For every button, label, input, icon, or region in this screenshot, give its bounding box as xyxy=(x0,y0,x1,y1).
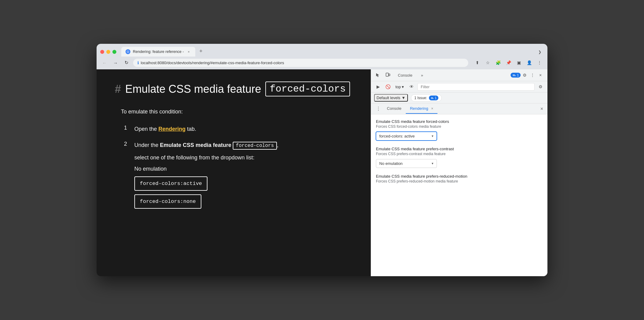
address-input-container[interactable]: ℹ localhost:8080/docs/devtools/rendering… xyxy=(133,59,468,67)
step-2-code: forced-colors xyxy=(233,142,277,150)
svg-rect-8 xyxy=(431,97,434,99)
device-toggle-button[interactable] xyxy=(384,71,392,79)
context-selector[interactable]: top ▾ xyxy=(394,84,406,90)
devtools-console-tab-top[interactable]: Console xyxy=(394,71,417,79)
tab-title: Rendering: feature reference - xyxy=(133,50,184,54)
issue-badge-count: 1 xyxy=(435,96,437,100)
prefers-contrast-select[interactable]: No emulation ▾ xyxy=(376,159,437,168)
svg-rect-5 xyxy=(512,74,516,77)
step-2-text-after: , xyxy=(277,142,278,148)
levels-chevron: ▼ xyxy=(402,96,405,100)
play-button[interactable]: ▶ xyxy=(374,83,382,91)
back-button[interactable]: ← xyxy=(100,58,109,67)
step-2-content: Under the Emulate CSS media feature forc… xyxy=(134,141,278,209)
tab-close-button[interactable]: × xyxy=(186,49,191,54)
levels-bar: Default levels ▼ 1 Issue: 1 xyxy=(371,92,547,103)
doc-steps: 1 Open the Rendering tab. 2 Under the Em… xyxy=(121,125,352,209)
default-levels-button[interactable]: Default levels ▼ xyxy=(374,94,408,102)
panel-tab-dots[interactable]: ⋮ xyxy=(374,103,383,114)
rendering-tab-link[interactable]: Rendering xyxy=(158,126,186,132)
devtools-second-toolbar: ▶ 🚫 top ▾ 👁 ⚙ xyxy=(371,81,547,92)
title-bar: Rendering: feature reference - × + ❯ xyxy=(97,44,547,57)
prefers-contrast-select-chevron: ▾ xyxy=(432,162,433,165)
devtools-settings-button[interactable]: ⚙ xyxy=(521,71,529,79)
close-window-button[interactable] xyxy=(100,50,104,54)
svg-rect-3 xyxy=(386,73,388,76)
extensions-icon[interactable]: 🧩 xyxy=(494,58,502,67)
context-chevron: ▾ xyxy=(402,85,404,89)
forced-colors-select[interactable]: forced-colors: active ▾ xyxy=(376,132,437,141)
forced-colors-title: Emulate CSS media feature forced-colors xyxy=(376,119,543,124)
prefers-contrast-desc: Forces CSS prefers-contrast media featur… xyxy=(376,152,543,156)
tab-list-chevron[interactable]: ❯ xyxy=(536,49,544,55)
side-panel-icon[interactable]: ▣ xyxy=(515,58,523,67)
devtools-tabs-bar: Console » 1 ⚙ ⋮ × xyxy=(394,71,544,79)
rendering-tab-close[interactable]: × xyxy=(431,106,433,111)
doc-step-2: 2 Under the Emulate CSS media feature fo… xyxy=(121,141,352,209)
heading-text: Emulate CSS media feature xyxy=(125,83,261,96)
console-badge: 1 xyxy=(511,73,521,78)
context-value: top xyxy=(395,85,401,89)
rendering-panel-content: Emulate CSS media feature forced-colors … xyxy=(371,114,547,276)
cursor-icon xyxy=(376,73,380,78)
devtools-more-tabs-button[interactable]: » xyxy=(417,71,427,79)
doc-body: To emulate this condition: 1 Open the Re… xyxy=(115,109,352,209)
forward-button[interactable]: → xyxy=(111,58,120,67)
step-number-2: 2 xyxy=(121,141,127,147)
traffic-lights xyxy=(100,50,116,54)
panel-tabs: ⋮ Console Rendering × × xyxy=(371,103,547,114)
more-menu-icon[interactable]: ⋮ xyxy=(535,58,544,67)
browser-content: # Emulate CSS media feature forced-color… xyxy=(97,69,547,276)
devtools-close-button[interactable]: × xyxy=(536,71,544,79)
console-filter-input[interactable] xyxy=(417,83,535,91)
console-settings-button[interactable]: ⚙ xyxy=(536,83,544,91)
browser-window: Rendering: feature reference - × + ❯ ← →… xyxy=(97,44,547,276)
console-panel-tab[interactable]: Console xyxy=(383,104,406,114)
step-1-text-after: tab. xyxy=(186,126,196,132)
maximize-window-button[interactable] xyxy=(112,50,116,54)
share-icon[interactable]: ⬆ xyxy=(473,58,482,67)
eye-button[interactable]: 👁 xyxy=(408,83,416,91)
toolbar-icons: ⬆ ☆ 🧩 📌 ▣ 👤 ⋮ xyxy=(473,58,544,67)
prefers-contrast-item: Emulate CSS media feature prefers-contra… xyxy=(376,147,543,168)
prefers-reduced-motion-desc: Forces CSS prefers-reduced-motion media … xyxy=(376,179,543,183)
forced-colors-desc: Forces CSS forced-colors media feature xyxy=(376,124,543,129)
step-2-bold: Emulate CSS media feature xyxy=(160,142,233,148)
svg-rect-4 xyxy=(389,74,390,76)
address-bar: ← → ↻ ℹ localhost:8080/docs/devtools/ren… xyxy=(97,57,547,69)
minimize-window-button[interactable] xyxy=(106,50,110,54)
forced-colors-none-option: forced-colors:none xyxy=(134,194,201,209)
forced-colors-select-chevron: ▾ xyxy=(432,134,433,138)
rendering-panel-tab[interactable]: Rendering × xyxy=(406,104,438,114)
device-icon xyxy=(385,73,390,78)
forced-colors-select-value: forced-colors: active xyxy=(379,134,415,138)
doc-intro: To emulate this condition: xyxy=(121,109,352,115)
info-icon: ℹ xyxy=(137,61,139,65)
active-tab[interactable]: Rendering: feature reference - × xyxy=(121,47,195,57)
new-tab-button[interactable]: + xyxy=(196,47,205,55)
pin-icon[interactable]: 📌 xyxy=(504,58,513,67)
issue-badge[interactable]: 1 Issue: 1 xyxy=(411,94,442,102)
badge-count: 1 xyxy=(517,73,519,77)
issue-label: 1 Issue: xyxy=(414,96,427,100)
close-panel-button[interactable]: × xyxy=(539,105,544,113)
step-2-sub: select one of the following from the dro… xyxy=(134,153,278,209)
bookmark-icon[interactable]: ☆ xyxy=(483,58,492,67)
issue-count-badge: 1 xyxy=(429,96,438,100)
devtools-top-toolbar: Console » 1 ⚙ ⋮ × xyxy=(371,69,547,81)
devtools-panel: Console » 1 ⚙ ⋮ × xyxy=(371,69,547,276)
forced-colors-item: Emulate CSS media feature forced-colors … xyxy=(376,119,543,141)
default-levels-label: Default levels xyxy=(377,96,400,100)
no-entry-button[interactable]: 🚫 xyxy=(384,83,392,91)
refresh-button[interactable]: ↻ xyxy=(122,58,131,67)
inspect-element-button[interactable] xyxy=(374,71,382,79)
url-text: localhost:8080/docs/devtools/rendering/#… xyxy=(141,61,464,65)
step-1-content: Open the Rendering tab. xyxy=(134,125,196,134)
prefers-contrast-title: Emulate CSS media feature prefers-contra… xyxy=(376,147,543,151)
prefers-reduced-motion-title: Emulate CSS media feature prefers-reduce… xyxy=(376,174,543,179)
devtools-more-button[interactable]: ⋮ xyxy=(529,71,536,79)
heading-code: forced-colors xyxy=(265,82,350,96)
tabs-row: Rendering: feature reference - × + ❯ xyxy=(121,47,544,57)
profile-icon[interactable]: 👤 xyxy=(525,58,533,67)
step-number-1: 1 xyxy=(121,125,127,131)
